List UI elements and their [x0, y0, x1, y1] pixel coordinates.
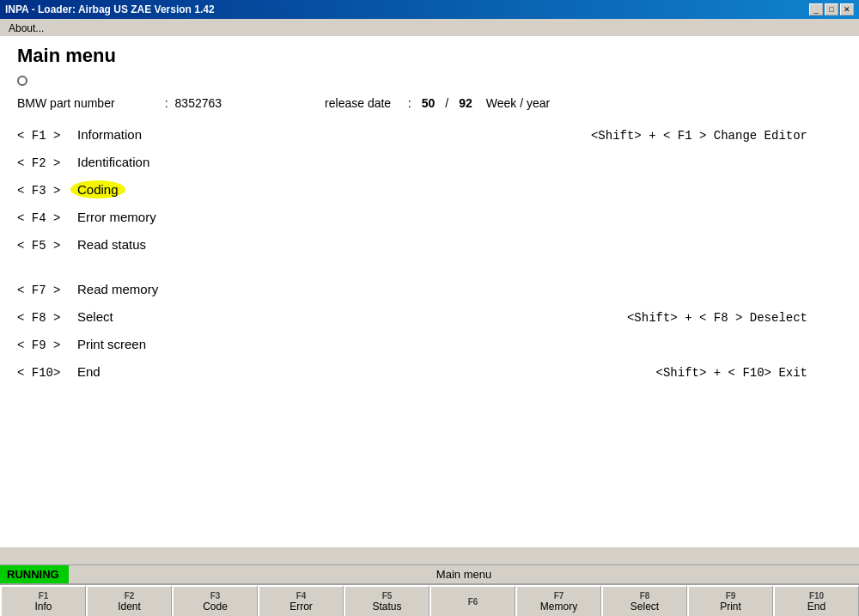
menu-shortcut: <Shift> + < F8 > Deselect [627, 311, 807, 325]
menu-desc: End [77, 364, 101, 379]
menu-key: < F1 > [17, 129, 77, 143]
menu-desc: Read status [77, 237, 146, 252]
menu-desc: Identification [77, 155, 149, 169]
menu-key: < F10> [17, 366, 77, 380]
fkey-num: F1 [39, 591, 49, 601]
main-content: Main menu BMW part number : 8352763 rele… [0, 36, 859, 547]
titlebar: INPA - Loader: Airbag US ZAE Version 1.4… [0, 0, 859, 19]
fkey-label: Info [34, 601, 52, 613]
fkey-label: Error [289, 601, 313, 613]
menu-item[interactable]: < F9 >Print screen [17, 337, 842, 352]
fkey-label: Print [720, 601, 741, 613]
menu-desc: Read memory [77, 282, 158, 296]
menu-key: < F2 > [17, 156, 77, 170]
release-label: release date [325, 96, 391, 110]
menu-item[interactable]: < F3 >Coding [17, 182, 842, 198]
menu-key: < F5 > [17, 239, 77, 253]
maximize-button[interactable]: □ [825, 3, 838, 15]
fkey-button-f5[interactable]: F5Status [344, 585, 430, 616]
fkey-num: F5 [382, 591, 393, 601]
fkey-num: F6 [468, 597, 478, 607]
fkey-button-f10[interactable]: F10End [773, 585, 859, 616]
running-status: RUNNING [0, 565, 69, 583]
menu-desc: Coding [77, 182, 125, 197]
menu-about[interactable]: About... [3, 21, 49, 36]
fkey-button-f7[interactable]: F7Memory [515, 585, 601, 616]
fkey-label: Status [372, 601, 401, 613]
fkey-label: Memory [540, 601, 577, 613]
fkey-button-f2[interactable]: F2Ident [86, 585, 172, 616]
menu-desc: Select [77, 309, 113, 324]
fkey-num: F2 [125, 591, 135, 601]
menu-shortcut: <Shift> + < F1 > Change Editor [591, 129, 807, 143]
fkey-bar: F1InfoF2IdentF3CodeF4ErrorF5StatusF6F7Me… [0, 583, 859, 616]
menu-key: < F7 > [17, 284, 77, 297]
menu-item[interactable]: < F5 >Read status [17, 237, 842, 253]
menu-key: < F9 > [17, 338, 77, 352]
fkey-num: F4 [296, 591, 307, 601]
menu-item[interactable]: < F7 >Read memory [17, 282, 842, 297]
release-slash: / [445, 96, 448, 110]
bmw-part-value: 8352763 [175, 96, 222, 110]
menu-desc: Print screen [77, 337, 146, 351]
menu-desc: Information [77, 127, 142, 142]
page-title: Main menu [17, 45, 842, 67]
fkey-label: End [807, 601, 825, 613]
titlebar-buttons: _ □ ✕ [809, 3, 854, 15]
fkey-num: F3 [210, 591, 221, 601]
fkey-button-f8[interactable]: F8Select [601, 585, 687, 616]
menu-item[interactable]: < F10>End<Shift> + < F10> Exit [17, 364, 842, 380]
menu-section: < F1 >Information<Shift> + < F1 > Change… [17, 127, 842, 380]
fkey-num: F8 [640, 591, 650, 601]
status-indicator [17, 76, 27, 86]
menu-item[interactable]: < F8 >Select<Shift> + < F8 > Deselect [17, 309, 842, 325]
release-colon: : [398, 96, 411, 110]
menu-key: < F3 > [17, 184, 77, 198]
fkey-button-f6[interactable]: F6 [430, 585, 515, 616]
fkey-num: F9 [726, 591, 736, 601]
menu-key: < F4 > [17, 211, 77, 225]
window-title: INPA - Loader: Airbag US ZAE Version 1.4… [5, 3, 215, 15]
menu-item[interactable]: < F1 >Information<Shift> + < F1 > Change… [17, 127, 842, 143]
close-button[interactable]: ✕ [840, 3, 854, 15]
statusbar-menu-title: Main menu [69, 568, 859, 581]
part-colon: : [155, 96, 168, 110]
menu-item[interactable]: < F2 >Identification [17, 155, 842, 170]
menu-shortcut: <Shift> + < F10> Exit [656, 366, 807, 380]
fkey-button-f3[interactable]: F3Code [172, 585, 258, 616]
release-week: 50 [422, 96, 436, 110]
release-info: release date : 50 / 92 Week / year [325, 96, 550, 110]
part-info-row: BMW part number : 8352763 release date :… [17, 96, 842, 110]
fkey-num: F10 [809, 591, 824, 601]
fkey-button-f1[interactable]: F1Info [0, 585, 86, 616]
fkey-label: Code [203, 601, 228, 613]
fkey-button-f9[interactable]: F9Print [687, 585, 773, 616]
fkey-label: Ident [118, 601, 141, 613]
statusbar: RUNNING Main menu [0, 564, 859, 583]
release-year: 92 [459, 96, 472, 110]
release-unit: Week / year [486, 96, 550, 110]
fkey-label: Select [631, 601, 659, 613]
bmw-part-label: BMW part number [17, 96, 155, 110]
menu-item[interactable]: < F4 >Error memory [17, 210, 842, 225]
fkey-num: F7 [554, 591, 564, 601]
menu-key: < F8 > [17, 311, 77, 325]
menu-desc: Error memory [77, 210, 156, 224]
minimize-button[interactable]: _ [809, 3, 823, 15]
fkey-button-f4[interactable]: F4Error [258, 585, 344, 616]
